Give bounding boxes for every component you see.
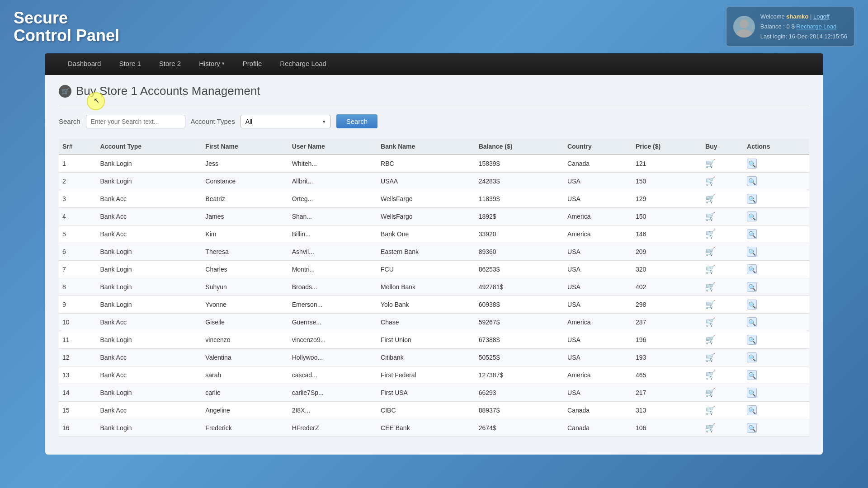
cell-bank: First Federal: [377, 366, 475, 384]
cell-country: USA: [564, 278, 632, 296]
buy-button[interactable]: 🛒: [705, 264, 715, 274]
buy-button[interactable]: 🛒: [705, 370, 715, 380]
recharge-link[interactable]: Recharge Load: [796, 23, 836, 30]
cell-sr: 8: [59, 278, 97, 296]
table-row: 5 Bank Acc Kim Billin... Bank One 33920 …: [59, 225, 809, 243]
cell-sr: 12: [59, 349, 97, 366]
cell-sr: 15: [59, 402, 97, 419]
cell-price: 196: [632, 331, 702, 349]
nav-profile[interactable]: Profile: [234, 53, 271, 75]
cell-country: USA: [564, 190, 632, 208]
cell-type: Bank Acc: [97, 366, 202, 384]
search-button[interactable]: Search: [336, 114, 378, 128]
cell-balance: 86253$: [475, 261, 564, 278]
table-row: 15 Bank Acc Angeline 2I8X... CIBC 88937$…: [59, 402, 809, 419]
nav-store1[interactable]: Store 1: [110, 53, 150, 75]
col-user-name: User Name: [288, 139, 377, 155]
cell-country: USA: [564, 296, 632, 314]
cell-bank: Eastern Bank: [377, 243, 475, 261]
cell-price: 217: [632, 384, 702, 402]
cell-first-name: Jess: [202, 155, 288, 173]
nav-recharge[interactable]: Recharge Load: [271, 53, 335, 75]
cell-price: 402: [632, 278, 702, 296]
cell-first-name: carlie: [202, 384, 288, 402]
buy-button[interactable]: 🛒: [705, 352, 715, 362]
buy-button[interactable]: 🛒: [705, 176, 715, 186]
view-button[interactable]: 🔍: [747, 264, 757, 274]
cell-price: 129: [632, 190, 702, 208]
cell-buy: 🛒: [702, 314, 743, 331]
buy-button[interactable]: 🛒: [705, 405, 715, 415]
buy-button[interactable]: 🛒: [705, 317, 715, 327]
nav-history[interactable]: History ▾: [190, 53, 234, 75]
buy-button[interactable]: 🛒: [705, 300, 715, 310]
view-button[interactable]: 🔍: [747, 159, 757, 169]
view-button[interactable]: 🔍: [747, 282, 757, 292]
logo: Secure Control Panel: [14, 9, 119, 45]
cell-sr: 13: [59, 366, 97, 384]
view-button[interactable]: 🔍: [747, 229, 757, 239]
cell-country: Canada: [564, 155, 632, 173]
view-button[interactable]: 🔍: [747, 247, 757, 257]
cell-username: Shan...: [288, 208, 377, 225]
cell-actions: 🔍: [743, 402, 809, 419]
buy-button[interactable]: 🛒: [705, 229, 715, 239]
view-button[interactable]: 🔍: [747, 317, 757, 327]
buy-button[interactable]: 🛒: [705, 335, 715, 345]
cell-actions: 🔍: [743, 243, 809, 261]
buy-button[interactable]: 🛒: [705, 247, 715, 257]
buy-button[interactable]: 🛒: [705, 388, 715, 398]
view-button[interactable]: 🔍: [747, 370, 757, 380]
cell-type: Bank Login: [97, 243, 202, 261]
cell-buy: 🛒: [702, 155, 743, 173]
cell-first-name: James: [202, 208, 288, 225]
buy-button[interactable]: 🛒: [705, 423, 715, 433]
buy-button[interactable]: 🛒: [705, 211, 715, 221]
user-panel: Welcome shamko | Logoff Balance : 0 $ Re…: [726, 7, 854, 47]
logo-line2: Control Panel: [14, 27, 119, 45]
search-bar: Search Account Types All Bank Login Bank…: [59, 112, 809, 131]
cell-country: America: [564, 366, 632, 384]
store-icon: 🛒: [61, 88, 69, 95]
view-button[interactable]: 🔍: [747, 211, 757, 221]
cell-country: USA: [564, 243, 632, 261]
cell-actions: 🔍: [743, 225, 809, 243]
cell-sr: 14: [59, 384, 97, 402]
table-row: 10 Bank Acc Giselle Guernse... Chase 592…: [59, 314, 809, 331]
cell-first-name: Giselle: [202, 314, 288, 331]
search-label: Search: [59, 117, 80, 125]
balance-row: Balance : 0 $ Recharge Load: [760, 22, 847, 32]
cell-buy: 🛒: [702, 190, 743, 208]
cell-bank: Bank One: [377, 225, 475, 243]
cell-sr: 4: [59, 208, 97, 225]
cell-sr: 7: [59, 261, 97, 278]
buy-button[interactable]: 🛒: [705, 194, 715, 204]
view-button[interactable]: 🔍: [747, 405, 757, 415]
cell-sr: 3: [59, 190, 97, 208]
cell-actions: 🔍: [743, 331, 809, 349]
nav-dashboard[interactable]: Dashboard: [59, 53, 110, 75]
view-button[interactable]: 🔍: [747, 388, 757, 398]
account-types-select[interactable]: All Bank Login Bank Acc: [241, 115, 331, 128]
view-button[interactable]: 🔍: [747, 423, 757, 433]
col-buy: Buy: [702, 139, 743, 155]
cell-country: Canada: [564, 419, 632, 437]
separator: |: [808, 13, 813, 20]
search-input[interactable]: [86, 115, 185, 128]
view-button[interactable]: 🔍: [747, 176, 757, 186]
cell-username: Broads...: [288, 278, 377, 296]
view-button[interactable]: 🔍: [747, 352, 757, 362]
col-actions: Actions: [743, 139, 809, 155]
buy-button[interactable]: 🛒: [705, 282, 715, 292]
view-button[interactable]: 🔍: [747, 194, 757, 204]
view-button[interactable]: 🔍: [747, 300, 757, 310]
nav-store2[interactable]: Store 2: [150, 53, 190, 75]
buy-button[interactable]: 🛒: [705, 159, 715, 169]
col-account-type: Account Type: [97, 139, 202, 155]
cell-buy: 🛒: [702, 419, 743, 437]
logo-text: Secure Control Panel: [14, 9, 119, 45]
view-button[interactable]: 🔍: [747, 335, 757, 345]
cell-type: Bank Login: [97, 173, 202, 190]
logoff-link[interactable]: Logoff: [813, 13, 830, 20]
cell-price: 106: [632, 419, 702, 437]
